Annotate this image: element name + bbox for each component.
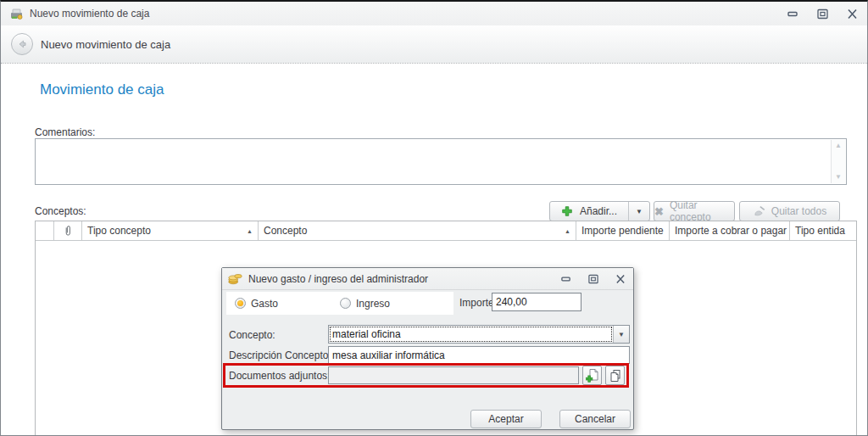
column-label: Importe a cobrar o pagar	[675, 225, 787, 237]
radio-option-gasto[interactable]: Gasto	[226, 298, 340, 310]
descripcion-input[interactable]	[328, 346, 630, 364]
column-label: Tipo concepto	[87, 225, 151, 237]
dialog-title: Nuevo gasto / ingreso del administrador	[248, 273, 428, 285]
remove-all-label: Quitar todos	[771, 205, 826, 217]
dialog-minimize-button[interactable]	[559, 273, 572, 284]
window-title: Nuevo movimiento de caja	[30, 8, 149, 20]
concepto-label: Concepto:	[229, 329, 275, 341]
page-header: Nuevo movimiento de caja	[1, 25, 867, 64]
radio-selected-icon[interactable]	[235, 298, 246, 309]
column-tipo-entidad[interactable]: Tipo entida	[790, 221, 856, 240]
remove-all-button[interactable]: Quitar todos	[739, 201, 840, 221]
copy-document-button[interactable]	[605, 366, 625, 385]
comments-label: Comentarios:	[35, 126, 95, 138]
documentos-field[interactable]	[328, 366, 579, 384]
paperclip-icon	[64, 225, 72, 238]
header-title: Nuevo movimiento de caja	[41, 38, 170, 51]
maximize-button[interactable]	[816, 8, 829, 20]
back-button[interactable]	[11, 33, 33, 55]
column-row-indicator[interactable]	[36, 221, 54, 240]
minimize-button[interactable]	[787, 8, 799, 20]
concepto-combobox[interactable]: material oficina ▼	[328, 325, 630, 344]
dialog-controls	[559, 273, 626, 284]
comments-scrollbar[interactable]: ▲ ▼	[831, 140, 845, 183]
dialog-close-button[interactable]	[614, 273, 626, 284]
add-split-button[interactable]: Añadir... ▼	[549, 201, 650, 221]
minimize-icon	[787, 8, 799, 20]
column-concepto[interactable]: Concepto ▲	[259, 221, 576, 240]
radio-unselected-icon[interactable]	[340, 298, 351, 309]
scroll-down-icon[interactable]: ▼	[835, 171, 842, 183]
close-icon	[846, 8, 859, 20]
add-dropdown-arrow[interactable]: ▼	[628, 202, 649, 221]
column-label: Importe pendiente	[581, 225, 664, 237]
chevron-down-icon: ▼	[636, 208, 643, 215]
plus-icon	[561, 205, 573, 217]
column-attachment[interactable]	[54, 221, 82, 240]
close-button[interactable]	[846, 8, 859, 20]
copy-pages-icon	[609, 369, 622, 383]
x-icon: ✖	[654, 205, 664, 218]
comments-textarea[interactable]	[36, 139, 831, 184]
accept-button[interactable]: Aceptar	[470, 410, 542, 428]
add-document-button[interactable]	[582, 366, 602, 385]
accept-label: Aceptar	[488, 413, 523, 425]
maximize-icon	[587, 274, 599, 284]
sort-asc-icon: ▲	[243, 228, 253, 234]
dialog-maximize-button[interactable]	[587, 273, 599, 284]
column-tipo-concepto[interactable]: Tipo concepto ▲	[82, 221, 259, 240]
chevron-down-icon: ▼	[618, 331, 625, 338]
importe-input[interactable]	[492, 293, 581, 311]
dialog-titlebar: Nuevo gasto / ingreso del administrador	[222, 268, 633, 290]
close-icon	[615, 274, 626, 284]
page-title: Movimiento de caja	[40, 81, 164, 98]
radio-gasto-label: Gasto	[251, 298, 278, 310]
concepts-table-header: Tipo concepto ▲ Concepto ▲ Importe pendi…	[36, 221, 856, 241]
concepts-label: Conceptos:	[35, 205, 86, 217]
concepto-value[interactable]: material oficina	[329, 326, 613, 343]
sort-asc-icon: ▲	[561, 228, 570, 234]
remove-concept-button[interactable]: ✖ Quitar concepto	[654, 201, 735, 221]
cash-register-icon	[9, 7, 24, 20]
page-plus-icon	[585, 368, 599, 383]
radio-ingreso-label: Ingreso	[356, 298, 390, 310]
type-radio-group: Gasto Ingreso	[226, 292, 453, 315]
maximize-icon	[816, 8, 829, 20]
add-button-label: Añadir...	[580, 205, 617, 217]
comments-box: ▲ ▼	[35, 138, 847, 185]
minimize-icon	[560, 274, 572, 284]
radio-option-ingreso[interactable]: Ingreso	[340, 298, 390, 310]
documentos-label: Documentos adjuntos:	[229, 370, 330, 382]
scroll-up-icon[interactable]: ▲	[835, 140, 842, 152]
remove-concept-label: Quitar concepto	[670, 199, 734, 223]
broom-icon	[753, 205, 765, 218]
column-label: Concepto	[264, 225, 307, 237]
column-label: Tipo entida	[795, 225, 845, 237]
descripcion-label: Descripción Concepto:	[229, 349, 331, 361]
column-importe-pendiente[interactable]: Importe pendiente	[576, 221, 670, 240]
cancel-button[interactable]: Cancelar	[559, 410, 631, 428]
coin-stack-icon	[228, 272, 242, 285]
combo-dropdown-button[interactable]: ▼	[613, 326, 629, 343]
column-importe-cobrar-pagar[interactable]: Importe a cobrar o pagar	[670, 221, 790, 240]
window-controls	[787, 8, 863, 20]
new-expense-dialog: Nuevo gasto / ingreso del administrador …	[221, 267, 634, 430]
cancel-label: Cancelar	[575, 413, 615, 425]
main-window: Nuevo movimiento de caja Nuevo movimient…	[0, 0, 868, 436]
arrow-left-icon	[16, 38, 28, 50]
window-titlebar: Nuevo movimiento de caja	[1, 2, 867, 25]
add-button[interactable]: Añadir...	[550, 202, 628, 221]
